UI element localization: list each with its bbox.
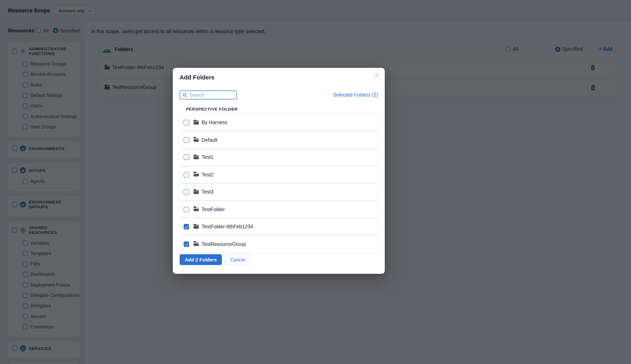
modal-folder-row[interactable]: Test1 [180,149,378,166]
modal-folder-row[interactable]: Default [180,132,378,148]
row-checkbox[interactable] [184,172,189,178]
modal-row-label: By Harness [202,120,227,125]
row-checkbox[interactable] [184,224,189,230]
modal-row-label: Test3 [202,189,214,195]
folder-icon [194,190,199,194]
row-checkbox[interactable] [184,154,189,160]
modal-folder-row[interactable]: TestFolder [180,201,378,218]
folder-icon [194,138,199,142]
add-folders-modal: Add Folders Selected Folders (2) PERSPEC… [173,68,385,274]
modal-row-label: Default [202,137,217,143]
search-input[interactable] [180,90,237,100]
modal-footer: Add 2 Folders Cancel [180,254,250,265]
modal-row-label: TestResourceGroup [202,241,246,247]
folder-icon [194,173,199,176]
row-checkbox[interactable] [184,206,189,212]
row-checkbox[interactable] [184,120,189,125]
selected-folders-link[interactable]: Selected Folders (2) [333,92,378,98]
add-folders-button[interactable]: Add 2 Folders [180,254,222,265]
search-icon [182,92,187,98]
row-checkbox[interactable] [184,241,189,247]
modal-row-label: Test2 [202,172,214,178]
folder-icon [194,225,199,229]
modal-folder-row[interactable]: By Harness [180,114,378,131]
modal-folder-row[interactable]: TestFolder-8thFeb1234 [180,218,378,235]
row-checkbox[interactable] [184,189,189,195]
page: Resource Scope Account only In this scop… [0,0,631,364]
modal-row-label: Test1 [202,154,214,160]
folder-icon [194,242,199,246]
modal-folder-list: By Harness Default Test1 Test [180,114,378,252]
modal-folder-row[interactable]: Test2 [180,166,378,183]
modal-folder-row[interactable]: TestResourceGroup [180,236,378,252]
modal-search-row: Selected Folders (2) [180,90,378,100]
modal-folder-row[interactable]: Test3 [180,184,378,200]
searchbox [180,90,237,100]
folder-icon [194,156,199,159]
close-icon[interactable] [374,72,380,79]
cancel-button[interactable]: Cancel [225,254,250,265]
modal-row-label: TestFolder-8thFeb1234 [202,224,253,230]
row-checkbox[interactable] [184,137,189,143]
modal-row-label: TestFolder [202,206,225,212]
modal-title: Add Folders [180,74,214,80]
folder-icon [194,121,199,124]
folder-icon [194,208,199,211]
column-header: PERSPECTIVE FOLDER [186,106,238,111]
